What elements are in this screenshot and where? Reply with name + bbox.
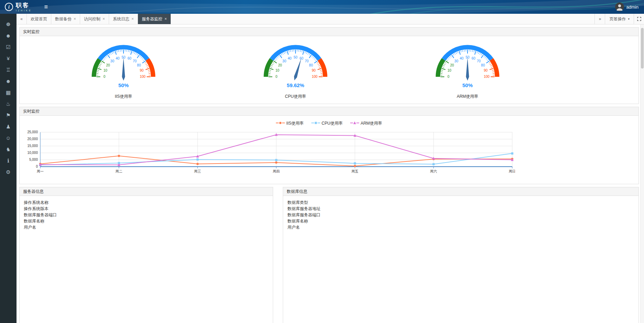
svg-text:70: 70 [133, 59, 137, 63]
gauge-3: 010203040506070809010050%ARM使用率 [382, 36, 554, 104]
svg-text:90: 90 [312, 69, 316, 72]
info-item: 用户名 [287, 224, 634, 230]
svg-text:20: 20 [278, 63, 282, 67]
gauge-value: 50% [118, 82, 129, 88]
gauge-caption: ARM使用率 [457, 94, 479, 100]
settings-icon[interactable]: ⚙ [0, 166, 17, 178]
gauges-body: 010203040506070809010050%IIS使用率010203040… [20, 36, 638, 104]
svg-text:0: 0 [104, 75, 106, 79]
brand-title: 职客 [16, 2, 32, 8]
tab-2[interactable]: 数据备份× [51, 14, 80, 24]
svg-text:周二: 周二 [116, 169, 122, 173]
legend-marker-icon [276, 121, 285, 126]
user-avatar-icon [615, 2, 624, 11]
fullscreen-button[interactable] [634, 14, 644, 24]
line-chart-svg: 05,00010,00015,00020,00025,000周一周二周三周四周五… [20, 129, 515, 178]
tab-close-icon[interactable]: × [103, 17, 105, 21]
tab-5[interactable]: 服务器监控× [138, 14, 171, 24]
info-item: 数据库名称 [287, 218, 634, 224]
sitemap-icon[interactable]: ♞ [0, 144, 17, 155]
tab-close-icon[interactable]: × [164, 17, 167, 21]
tab-close-icon[interactable]: × [131, 17, 134, 21]
user-avatar[interactable] [615, 2, 624, 11]
caret-down-icon: ▾ [628, 17, 630, 21]
line-chart-panel-title: 实时监控 [20, 107, 638, 116]
info-item: 数据库服务器端口 [287, 212, 634, 218]
legend-item-3[interactable]: ARM使用率 [350, 121, 382, 126]
tab-label: 服务器监控 [142, 16, 162, 22]
svg-text:25,000: 25,000 [27, 130, 38, 134]
finance-icon[interactable]: ¥ [0, 53, 17, 64]
line-chart-body: IIS使用率CPU使用率ARM使用率 05,00010,00015,00020,… [20, 116, 638, 184]
tab-operations-dropdown[interactable]: 页签操作 ▾ [605, 14, 634, 24]
scrollbar-thumb[interactable] [641, 28, 644, 69]
svg-text:30: 30 [110, 59, 115, 63]
tab-1[interactable]: 欢迎首页 [27, 14, 51, 24]
svg-text:5,000: 5,000 [29, 158, 38, 162]
gauge-2: 010203040506070809010059.62%CPU使用率 [210, 36, 382, 104]
svg-text:0: 0 [448, 75, 450, 79]
member-icon[interactable]: ♟ [0, 121, 17, 132]
db-info-title: 数据库信息 [283, 187, 638, 196]
tab-list: 欢迎首页数据备份×访问控制×系统日志×服务器监控× [27, 14, 171, 24]
svg-text:80: 80 [481, 63, 485, 67]
organization-icon[interactable]: ▦ [0, 87, 17, 98]
share-icon[interactable]: ☸ [0, 19, 17, 30]
gauge-value: 50% [462, 82, 473, 88]
navbar-decoration [0, 0, 644, 14]
info-item: 数据库服务器端口 [24, 212, 269, 218]
tab-label: 访问控制 [84, 16, 100, 22]
tab-label: 系统日志 [113, 16, 129, 22]
tab-close-icon[interactable]: × [74, 17, 76, 21]
scrollbar[interactable] [640, 24, 644, 323]
tab-4[interactable]: 系统日志× [109, 14, 138, 24]
legend-item-1[interactable]: IIS使用率 [276, 121, 304, 126]
svg-text:70: 70 [305, 59, 309, 63]
team-icon[interactable]: ☻ [0, 75, 17, 87]
menu-toggle-icon[interactable]: ≡ [44, 3, 48, 11]
gauge-chart: 010203040506070809010050% [86, 37, 161, 89]
info-icon[interactable]: ℹ [0, 155, 17, 166]
tabs-scroll-left-button[interactable]: « [17, 14, 27, 24]
svg-text:80: 80 [137, 63, 141, 67]
info-item: 用户名 [24, 224, 269, 230]
monitor-icon[interactable]: ♨ [0, 98, 17, 110]
svg-text:30: 30 [282, 59, 287, 63]
info-panels-row: 服务器信息 操作系统名称操作系统版本数据库服务器端口数据库名称用户名 数据库信息… [19, 187, 639, 323]
tabs-scroll-right-button[interactable]: » [594, 14, 605, 24]
gauges-panel: 实时监控 010203040506070809010050%IIS使用率0102… [19, 27, 639, 104]
training-icon[interactable]: ⚑ [0, 110, 17, 121]
gauge-1: 010203040506070809010050%IIS使用率 [37, 36, 210, 104]
svg-text:周日: 周日 [509, 169, 515, 173]
svg-text:30: 30 [454, 59, 459, 63]
main-content: 实时监控 010203040506070809010050%IIS使用率0102… [17, 24, 640, 323]
sidebar-nav: ☸☻☑¥♖☻▦♨⚑♟☺♞ℹ⚙ [0, 14, 17, 323]
profile-icon[interactable]: ☺ [0, 132, 17, 144]
tab-3[interactable]: 访问控制× [80, 14, 109, 24]
tab-operations-label: 页签操作 [609, 16, 626, 22]
brand-logo-icon: i [5, 3, 13, 11]
info-item: 数据库服务器地址 [287, 206, 634, 212]
svg-text:40: 40 [116, 56, 120, 60]
svg-text:50: 50 [293, 55, 298, 59]
tab-label: 欢迎首页 [31, 16, 47, 22]
navbar-user-area: admin [615, 2, 644, 11]
tasks-icon[interactable]: ☑ [0, 41, 17, 53]
legend-label: CPU使用率 [322, 121, 343, 126]
svg-text:80: 80 [309, 63, 313, 67]
svg-text:60: 60 [128, 56, 132, 60]
top-navbar: i 职客 IZHIKE ≡ admin [0, 0, 644, 14]
svg-text:100: 100 [140, 75, 146, 79]
username-label[interactable]: admin [626, 4, 638, 10]
svg-text:周三: 周三 [194, 169, 201, 173]
users-icon[interactable]: ☻ [0, 30, 17, 41]
svg-text:周五: 周五 [352, 169, 358, 173]
svg-text:0: 0 [276, 75, 278, 79]
brand-logo[interactable]: i 职客 IZHIKE [0, 2, 37, 12]
legend-label: ARM使用率 [361, 121, 382, 126]
legend-item-2[interactable]: CPU使用率 [311, 121, 343, 126]
bank-icon[interactable]: ♖ [0, 64, 17, 75]
info-item: 数据库类型 [287, 199, 634, 206]
legend-label: IIS使用率 [286, 121, 304, 126]
tab-label: 数据备份 [55, 16, 72, 22]
